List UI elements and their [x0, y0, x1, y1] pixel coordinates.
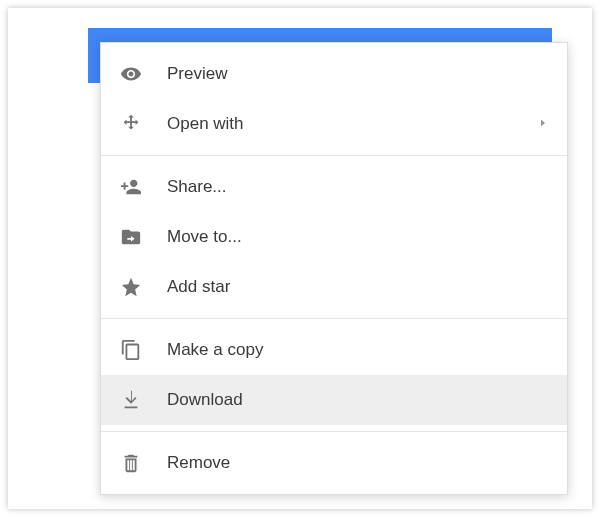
menu-item-label: Share... [167, 177, 227, 197]
menu-item-download[interactable]: Download [101, 375, 567, 425]
menu-item-open-with[interactable]: Open with [101, 99, 567, 149]
menu-item-label: Add star [167, 277, 230, 297]
copy-icon [119, 338, 143, 362]
menu-divider [101, 155, 567, 156]
menu-item-label: Open with [167, 114, 244, 134]
menu-divider [101, 318, 567, 319]
context-menu: Preview Open with Share... Move to... [100, 42, 568, 495]
menu-item-label: Move to... [167, 227, 242, 247]
menu-item-move-to[interactable]: Move to... [101, 212, 567, 262]
eye-icon [119, 62, 143, 86]
menu-item-label: Remove [167, 453, 230, 473]
menu-divider [101, 431, 567, 432]
menu-item-add-star[interactable]: Add star [101, 262, 567, 312]
folder-arrow-icon [119, 225, 143, 249]
star-icon [119, 275, 143, 299]
chevron-right-icon [537, 116, 549, 132]
app-frame: M Preview Open with Share... [8, 8, 592, 509]
trash-icon [119, 451, 143, 475]
move-arrows-icon [119, 112, 143, 136]
download-icon [119, 388, 143, 412]
menu-item-make-copy[interactable]: Make a copy [101, 325, 567, 375]
add-person-icon [119, 175, 143, 199]
menu-item-label: Make a copy [167, 340, 263, 360]
menu-bottom-padding [101, 488, 567, 494]
menu-item-remove[interactable]: Remove [101, 438, 567, 488]
menu-item-label: Download [167, 390, 243, 410]
menu-item-share[interactable]: Share... [101, 162, 567, 212]
menu-item-preview[interactable]: Preview [101, 49, 567, 99]
menu-item-label: Preview [167, 64, 227, 84]
